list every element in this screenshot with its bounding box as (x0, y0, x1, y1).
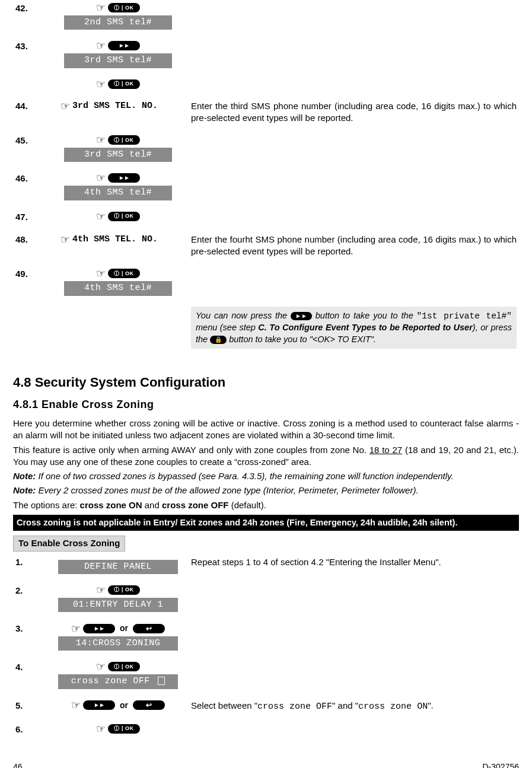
button-row: ☞ ⓘ | OK (96, 724, 140, 734)
step-description: Select between "cross zone OFF" and "cro… (191, 700, 434, 710)
button-row: ☞ ►► or ↩ (71, 623, 165, 634)
step-description (189, 0, 519, 38)
page-footer: 46 D-302756 (13, 759, 519, 768)
lcd-display: 3rd SMS tel# (64, 148, 172, 162)
hand-icon: ☞ (96, 211, 106, 222)
sms-steps-table: 42. ☞ ⓘ | OK 2nd SMS tel# 43. ☞ ►► 3rd S… (13, 0, 519, 357)
section-heading: 4.8 Security System Configuration (13, 374, 519, 391)
button-row: ☞ ►► or ↩ (71, 700, 165, 711)
hand-icon: ☞ (96, 173, 106, 183)
button-row: ☞ ⓘ | OK (96, 135, 140, 145)
doc-id: D-302756 (483, 761, 520, 768)
lcd-display: 4th SMS tel# (64, 281, 172, 295)
lcd-display: 2nd SMS tel# (64, 15, 172, 30)
body-paragraph: This feature is active only when arming … (13, 444, 519, 469)
body-paragraph: Here you determine whether cross zoning … (13, 418, 519, 442)
body-paragraph: Note: Every 2 crossed zones must be of t… (13, 485, 519, 496)
button-row: ☞ ►► (96, 173, 140, 183)
info-note: You can now press the ►► button to take … (191, 307, 517, 349)
lcd-display: DEFINE PANEL (58, 560, 178, 574)
info-ok-button[interactable]: ⓘ | OK (108, 585, 140, 595)
lcd-display: 3rd SMS tel# (64, 53, 172, 68)
lock-button[interactable]: 🔒 (210, 336, 227, 344)
or-label: or (117, 623, 130, 634)
hand-icon: ☞ (96, 2, 106, 13)
step-number: 6. (15, 724, 23, 734)
hand-icon: ☞ (96, 40, 106, 51)
hand-icon: ☞ (71, 700, 81, 710)
procedure-heading: To Enable Cross Zoning (13, 536, 125, 551)
field-label: 4th SMS TEL. NO. (72, 234, 158, 246)
info-ok-button[interactable]: ⓘ | OK (108, 724, 140, 734)
step-number: 2. (15, 585, 23, 595)
or-label: or (117, 700, 130, 711)
hand-icon: ☞ (96, 135, 106, 145)
button-row: ☞ ⓘ | OK (96, 661, 140, 672)
lcd-display: 14:CROSS ZONING (58, 636, 178, 651)
back-button[interactable]: ↩ (133, 700, 165, 710)
button-row: ☞ ⓘ | OK (96, 268, 140, 279)
lcd-display: cross zone OFF (58, 674, 178, 689)
button-row: ☞ ⓘ | OK (96, 2, 140, 13)
step-number: 42. (15, 3, 28, 13)
info-ok-button[interactable]: ⓘ | OK (108, 3, 140, 12)
step-number: 3. (15, 623, 23, 633)
button-row: ☞ ⓘ | OK (96, 79, 140, 90)
button-row: ☞ ⓘ | OK (96, 585, 140, 595)
field-label: 3rd SMS TEL. NO. (72, 100, 158, 112)
cursor-icon (158, 677, 165, 685)
body-paragraph: The options are: cross zone ON and cross… (13, 499, 519, 511)
subsection-heading: 4.8.1 Enable Cross Zoning (13, 397, 519, 412)
hand-icon: ☞ (60, 234, 70, 245)
input-label-row: ☞ 4th SMS TEL. NO. (60, 234, 158, 246)
button-row: ☞ ►► (96, 40, 140, 51)
info-ok-button[interactable]: ⓘ | OK (108, 269, 140, 278)
forward-button[interactable]: ►► (83, 624, 115, 633)
body-paragraph: Note: If one of two crossed zones is byp… (13, 470, 519, 482)
back-button[interactable]: ↩ (133, 624, 165, 633)
lcd-display: 4th SMS tel# (64, 186, 172, 200)
page-number: 46 (13, 761, 23, 768)
step-number: 45. (15, 135, 28, 145)
forward-button[interactable]: ►► (291, 312, 312, 320)
forward-button[interactable]: ►► (83, 700, 115, 710)
hand-icon: ☞ (60, 101, 70, 111)
hand-icon: ☞ (96, 724, 106, 734)
step-number: 43. (15, 41, 28, 51)
warning-strip: Cross zoning is not applicable in Entry/… (13, 515, 519, 531)
step-number: 5. (15, 700, 23, 710)
hand-icon: ☞ (96, 661, 106, 672)
input-label-row: ☞ 3rd SMS TEL. NO. (60, 100, 158, 112)
step-number: 1. (15, 557, 23, 567)
lcd-display: 01:ENTRY DELAY 1 (58, 598, 178, 612)
hand-icon: ☞ (71, 623, 81, 634)
info-ok-button[interactable]: ⓘ | OK (108, 79, 140, 89)
forward-button[interactable]: ►► (108, 173, 140, 183)
step-number: 49. (15, 269, 28, 279)
step-description (189, 38, 519, 76)
step-number: 48. (15, 234, 28, 244)
cross-zoning-steps-table: 1. DEFINE PANEL Repeat steps 1 to 4 of s… (13, 554, 519, 744)
info-ok-button[interactable]: ⓘ | OK (108, 135, 140, 145)
hand-icon: ☞ (96, 585, 106, 595)
step-number: 44. (15, 101, 28, 111)
forward-button[interactable]: ►► (108, 41, 140, 50)
step-description: Enter the fourht SMS phone number (inclu… (191, 234, 517, 256)
step-number: 47. (15, 212, 28, 222)
hand-icon: ☞ (96, 79, 106, 90)
hand-icon: ☞ (96, 268, 106, 279)
info-ok-button[interactable]: ⓘ | OK (108, 212, 140, 221)
button-row: ☞ ⓘ | OK (96, 211, 140, 222)
step-description: Repeat steps 1 to 4 of section 4.2 "Ente… (191, 557, 441, 567)
info-ok-button[interactable]: ⓘ | OK (108, 662, 140, 671)
step-description: Enter the third SMS phone number (includ… (191, 101, 517, 123)
step-number: 4. (15, 662, 23, 672)
step-number: 46. (15, 173, 28, 183)
